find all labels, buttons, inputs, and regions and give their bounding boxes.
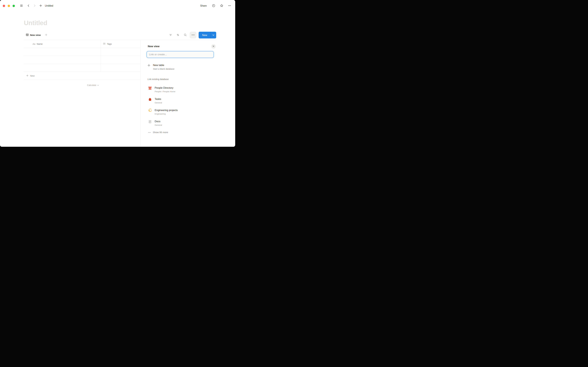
window-controls — [3, 5, 15, 7]
new-record-button[interactable]: New — [199, 32, 210, 38]
close-icon — [212, 45, 214, 48]
column-label: Tags — [107, 43, 112, 45]
clock-icon — [212, 4, 215, 8]
column-header-name[interactable]: Aa Name — [24, 40, 101, 48]
search-icon — [184, 33, 187, 37]
show-more-label: Show 95 more — [153, 131, 168, 134]
new-table-description: Start a blank database — [153, 67, 174, 71]
show-more-button[interactable]: Show 95 more — [147, 131, 168, 134]
column-header-tags[interactable]: Tags — [101, 40, 140, 48]
more-options-button[interactable] — [227, 4, 232, 8]
updates-button[interactable] — [211, 4, 216, 8]
link-existing-section-label: Link existing database — [147, 78, 216, 81]
cell-tags[interactable] — [101, 48, 140, 56]
bulleted-list-icon — [103, 42, 106, 45]
window-close-button[interactable] — [3, 5, 5, 7]
database-option-people-directory[interactable]: People Directory People / People Home — [148, 86, 216, 93]
text-type-icon: Aa — [33, 43, 35, 45]
database-path: Engineering — [155, 112, 178, 116]
chevron-right-icon — [33, 4, 36, 8]
red-telephone-emoji — [148, 86, 152, 90]
link-or-create-input[interactable] — [147, 51, 214, 58]
calculate-label: Calculate — [87, 84, 96, 86]
view-options-button[interactable] — [190, 32, 196, 38]
database-title: Docs — [155, 119, 162, 123]
filter-button[interactable] — [168, 33, 173, 38]
topbar-actions: Share — [199, 4, 232, 8]
database-option-engineering-projects[interactable]: Engineering projects Engineering — [148, 108, 216, 116]
window-minimize-button[interactable] — [8, 5, 10, 7]
table-row — [24, 48, 140, 56]
new-view-panel: New view New table Start a blank databas… — [140, 40, 216, 147]
star-icon — [220, 4, 223, 8]
new-table-option[interactable]: New table Start a blank database — [147, 63, 216, 71]
new-record-dropdown-button[interactable] — [211, 32, 216, 38]
window-tab-title: Untitled — [45, 4, 53, 7]
nav-forward-button[interactable] — [32, 4, 37, 8]
chevron-down-icon — [97, 84, 99, 86]
tab-new-view[interactable]: New view — [24, 33, 42, 38]
new-tab-button[interactable] — [38, 4, 43, 8]
database-title: People Directory — [155, 86, 175, 90]
favorite-button[interactable] — [219, 4, 224, 8]
new-table-label: New table — [153, 63, 174, 67]
add-view-button[interactable] — [44, 33, 48, 37]
database-title: Engineering projects — [155, 108, 178, 112]
ellipsis-icon — [228, 4, 231, 8]
database-path: People / People Home — [155, 90, 175, 93]
plus-icon — [147, 64, 151, 71]
plus-icon — [45, 33, 48, 37]
database-path: General — [155, 124, 162, 127]
view-toolbar: New view — [24, 30, 216, 40]
column-label: Name — [37, 43, 43, 45]
panel-title: New view — [148, 45, 160, 48]
plus-icon — [26, 74, 29, 77]
table-row — [24, 64, 140, 72]
hamburger-icon — [20, 4, 23, 8]
red-backpack-emoji — [148, 97, 152, 101]
share-button[interactable]: Share — [199, 4, 208, 8]
table-header-row: Aa Name Tags — [24, 40, 140, 48]
search-button[interactable] — [183, 33, 188, 38]
database-table: Aa Name Tags New — [24, 40, 140, 91]
database-option-docs[interactable]: Docs General — [148, 119, 216, 127]
add-row-label: New — [30, 75, 35, 77]
cell-name[interactable] — [24, 48, 101, 56]
sort-button[interactable] — [175, 33, 180, 38]
database-title: Tasks — [155, 97, 162, 101]
cell-tags[interactable] — [101, 64, 140, 72]
sort-arrows-icon — [176, 33, 180, 37]
notion-window: Untitled Share Untitled — [0, 0, 235, 147]
new-record-split-button: New — [199, 32, 216, 38]
database-suggestions-list: People Directory People / People Home Ta… — [147, 86, 216, 127]
page-title[interactable]: Untitled — [24, 18, 47, 28]
close-panel-button[interactable] — [211, 44, 216, 49]
cell-tags[interactable] — [101, 56, 140, 64]
window-zoom-button[interactable] — [13, 5, 15, 7]
chevron-down-icon — [212, 34, 214, 36]
comet-emoji — [148, 108, 152, 113]
database-path: General — [155, 101, 162, 104]
filter-icon — [169, 33, 172, 37]
window-titlebar: Untitled Share — [0, 0, 235, 12]
sidebar-toggle-button[interactable] — [19, 4, 24, 8]
database-option-tasks[interactable]: Tasks General — [148, 97, 216, 104]
add-row-button[interactable]: New — [24, 72, 140, 80]
page-with-curl-emoji — [148, 120, 152, 124]
view-tab-label: New view — [30, 34, 41, 36]
table-row — [24, 56, 140, 64]
plus-icon — [39, 4, 42, 8]
table-view-icon — [26, 33, 29, 37]
ellipsis-icon — [148, 131, 151, 134]
cell-name[interactable] — [24, 56, 101, 64]
cell-name[interactable] — [24, 64, 101, 72]
chevron-left-icon — [27, 4, 30, 8]
calculate-button[interactable]: Calculate — [24, 80, 101, 91]
nav-back-button[interactable] — [26, 4, 31, 8]
ellipsis-icon — [191, 33, 195, 37]
